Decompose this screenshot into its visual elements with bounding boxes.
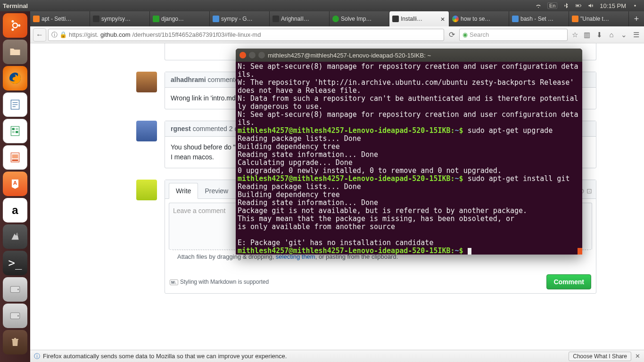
library-icon[interactable]: ▥ bbox=[582, 31, 592, 39]
tab-3[interactable]: sympy - G… bbox=[210, 11, 270, 26]
language-indicator[interactable]: En bbox=[547, 2, 557, 9]
terminal-cursor bbox=[468, 248, 471, 255]
window-close-icon[interactable] bbox=[239, 52, 246, 58]
svg-text:A: A bbox=[13, 180, 17, 186]
home-icon[interactable]: ⌂ bbox=[606, 31, 617, 39]
terminal-window[interactable]: mithlesh4257@mithlesh4257-Lenovo-ideapad… bbox=[236, 49, 582, 255]
svg-point-26 bbox=[17, 315, 19, 316]
notification-text: Firefox automatically sends some data to… bbox=[43, 353, 287, 360]
info-icon: ⓘ bbox=[34, 352, 40, 361]
tab-2[interactable]: django… bbox=[150, 11, 210, 26]
pocket-icon[interactable]: ⌄ bbox=[619, 31, 629, 39]
launcher-disk-1[interactable] bbox=[3, 277, 27, 302]
search-engine-icon: ◉ bbox=[462, 31, 468, 38]
clock[interactable]: 10:15 PM bbox=[600, 2, 626, 9]
reload-button[interactable]: ⟳ bbox=[446, 30, 457, 39]
launcher-software[interactable]: A bbox=[3, 172, 27, 196]
session-gear-icon[interactable] bbox=[632, 2, 638, 9]
tab-4[interactable]: ArighnaII… bbox=[270, 11, 330, 26]
svg-point-3 bbox=[634, 5, 636, 7]
close-icon[interactable]: ✕ bbox=[440, 16, 446, 22]
launcher-settings[interactable] bbox=[3, 224, 27, 249]
back-button[interactable]: ← bbox=[33, 28, 46, 41]
tab-write[interactable]: Write bbox=[169, 183, 198, 199]
lock-icon: 🔒 bbox=[59, 31, 67, 38]
terminal-title: mithlesh4257@mithlesh4257-Lenovo-ideapad… bbox=[268, 52, 431, 59]
avatar[interactable] bbox=[136, 180, 157, 200]
window-maximize-icon[interactable] bbox=[258, 52, 265, 58]
launcher-impress[interactable] bbox=[3, 145, 27, 170]
new-tab-button[interactable]: + bbox=[629, 11, 644, 26]
notification-bar: ⓘ Firefox automatically sends some data … bbox=[30, 350, 644, 362]
launcher-files[interactable] bbox=[3, 40, 27, 64]
notification-close-icon[interactable]: ✕ bbox=[635, 353, 640, 360]
search-placeholder: Search bbox=[470, 31, 489, 38]
launcher-disk-2[interactable] bbox=[3, 304, 27, 328]
tab-8[interactable]: bash - Set … bbox=[509, 11, 569, 26]
comment-author[interactable]: rgnest bbox=[171, 125, 191, 132]
bluetooth-icon[interactable] bbox=[563, 2, 570, 9]
launcher-trash[interactable] bbox=[3, 330, 27, 354]
markdown-hint[interactable]: M↓Styling with Markdown is supported bbox=[170, 279, 269, 285]
svg-rect-15 bbox=[16, 128, 18, 130]
url-prefix: https://gist. bbox=[69, 31, 99, 38]
avatar[interactable] bbox=[136, 121, 157, 141]
downloads-icon[interactable]: ⬇ bbox=[594, 31, 604, 39]
search-field[interactable]: ◉ Search bbox=[459, 29, 568, 41]
tab-9[interactable]: "Unable t… bbox=[569, 11, 629, 26]
svg-point-7 bbox=[12, 28, 14, 31]
url-toolbar: ← ⓘ 🔒 https://gist.github.com/derhuerst/… bbox=[30, 26, 644, 43]
svg-point-22 bbox=[16, 234, 18, 236]
launcher-writer[interactable] bbox=[3, 92, 27, 117]
wifi-icon[interactable] bbox=[535, 2, 542, 9]
svg-point-4 bbox=[13, 23, 17, 28]
launcher-amazon[interactable]: a bbox=[3, 198, 27, 222]
tab-preview[interactable]: Preview bbox=[198, 183, 235, 198]
launcher-firefox[interactable] bbox=[3, 66, 27, 90]
tab-6-active[interactable]: Installi…✕ bbox=[389, 11, 449, 26]
svg-rect-19 bbox=[12, 155, 18, 159]
svg-rect-14 bbox=[12, 128, 15, 130]
svg-point-24 bbox=[17, 288, 19, 290]
terminal-titlebar[interactable]: mithlesh4257@mithlesh4257-Lenovo-ideapad… bbox=[236, 49, 582, 62]
tab-0[interactable]: apt - Setti… bbox=[30, 11, 90, 26]
svg-rect-17 bbox=[16, 131, 18, 133]
tab-5[interactable]: Solve Imp… bbox=[330, 11, 389, 26]
comment-button[interactable]: Comment bbox=[546, 274, 591, 289]
avatar[interactable] bbox=[136, 72, 157, 92]
choose-share-button[interactable]: Choose What I Share bbox=[569, 352, 631, 361]
svg-rect-20 bbox=[12, 159, 18, 161]
terminal-body[interactable]: N: See apt-secure(8) manpage for reposit… bbox=[236, 62, 582, 255]
launcher-dash[interactable] bbox=[3, 13, 27, 38]
tab-7[interactable]: how to se… bbox=[449, 11, 509, 26]
svg-rect-1 bbox=[581, 5, 581, 6]
url-field[interactable]: ⓘ 🔒 https://gist.github.com/derhuerst/1b… bbox=[48, 29, 444, 41]
bookmark-star-icon[interactable]: ☆ bbox=[570, 31, 580, 39]
launcher-calc[interactable] bbox=[3, 119, 27, 143]
launcher: A a >_ bbox=[0, 11, 30, 362]
tab-bar: apt - Setti… sympy/sy… django… sympy - G… bbox=[30, 11, 644, 26]
active-app-title: Terminal bbox=[3, 2, 28, 9]
window-minimize-icon[interactable] bbox=[249, 52, 256, 58]
svg-point-5 bbox=[18, 25, 20, 27]
url-host: github.com bbox=[100, 31, 131, 38]
menu-icon[interactable]: ☰ bbox=[631, 31, 641, 39]
comment-author[interactable]: alhadhrami bbox=[171, 76, 206, 83]
url-rest: /derhuerst/1b15ff4652a867391f03#file-lin… bbox=[132, 31, 261, 38]
svg-point-6 bbox=[12, 20, 14, 23]
volume-icon[interactable] bbox=[587, 2, 594, 9]
info-icon[interactable]: ⓘ bbox=[51, 31, 58, 39]
launcher-terminal[interactable]: >_ bbox=[3, 251, 27, 275]
svg-rect-2 bbox=[577, 5, 579, 6]
system-menubar: Terminal En 10:15 PM bbox=[0, 0, 644, 11]
svg-rect-16 bbox=[12, 131, 15, 133]
battery-icon[interactable] bbox=[575, 2, 582, 9]
terminal-scrollbar[interactable] bbox=[578, 248, 582, 255]
tab-1[interactable]: sympy/sy… bbox=[90, 11, 150, 26]
